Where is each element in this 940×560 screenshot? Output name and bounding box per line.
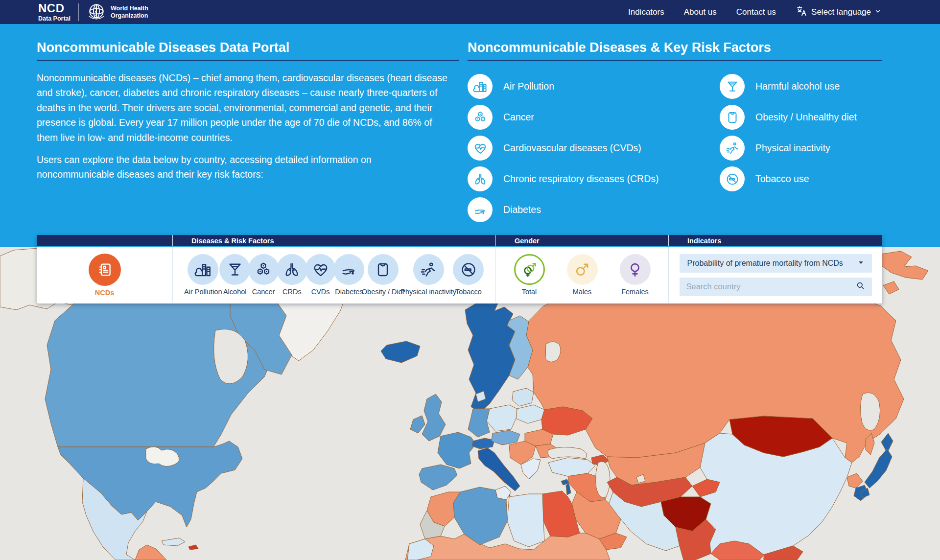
hero-paragraph-2: Users can explore the data below by coun… [37,152,443,182]
filter-tobacco[interactable]: Tobacco [454,254,483,296]
brand: NCD Data Portal World Health Organizatio… [38,1,148,23]
brand-subtitle: Data Portal [38,16,70,22]
filter-label: Males [573,288,592,296]
risk-label: Cancer [503,112,534,123]
header-gender: Gender [495,235,668,246]
map-caspian-sea [596,462,610,497]
no-smoking-icon [453,254,484,285]
risk-factors-title: Noncommunicable Diseases & Key Risk Fact… [468,40,771,55]
ncd-logo[interactable]: NCD Data Portal [38,2,70,22]
gender-females-button[interactable]: Females [620,254,651,296]
filter-label: Alcohol [223,288,247,296]
translate-icon [796,5,808,20]
female-icon [620,254,651,285]
filter-label: Diabetes [335,288,363,296]
nav-contact-us[interactable]: Contact us [736,7,776,17]
map-black-sea [548,447,587,459]
runner-icon [413,254,444,285]
filter-label: Obesity / Diet [362,288,404,296]
diseases-section: Air Pollution Alcohol Cancer [172,247,495,303]
blood-drop-hand-icon [468,197,493,222]
no-smoking-icon [720,166,745,191]
martini-glass-icon [720,74,745,99]
who-line2: Organization [111,12,148,19]
filter-obesity-diet[interactable]: Obesity / Diet [363,254,403,296]
brand-divider [78,3,79,21]
country-search [680,278,872,296]
chevron-down-icon [874,7,881,17]
lungs-icon [277,254,307,285]
air-pollution-icon [468,74,493,99]
language-label: Select language [811,7,871,17]
weight-scale-icon [368,254,399,285]
main-nav: Indicators About us Contact us Select la… [628,5,881,20]
gender-total-button[interactable]: Total [514,254,545,296]
search-icon[interactable] [856,281,865,292]
who-emblem-icon [87,1,106,23]
risk-item-diabetes[interactable]: Diabetes [468,194,659,225]
risk-item-physical-inactivity[interactable]: Physical inactivity [720,133,857,163]
risk-label: Tobacco use [755,173,809,185]
risk-label: Diabetes [503,204,541,215]
nav-about-us[interactable]: About us [684,7,717,17]
filter-label: Air Pollution [184,288,222,296]
filter-air-pollution[interactable]: Air Pollution [186,254,221,296]
filter-label: Females [621,288,649,296]
ncds-report-icon [89,254,121,286]
risk-label: Harmful alcohol use [755,81,840,92]
cancer-icon [248,254,279,285]
risk-label: Cardiovascular diseases (CVDs) [503,142,641,154]
page-title: Noncommunicable Diseases Data Portal [37,40,289,55]
filter-label: Cancer [252,288,275,296]
nav-indicators[interactable]: Indicators [628,7,664,17]
filter-crds[interactable]: CRDs [278,254,306,296]
top-navbar: NCD Data Portal World Health Organizatio… [0,0,940,24]
filter-diabetes[interactable]: Diabetes [335,254,363,296]
filter-label: CVDs [311,288,330,296]
who-line1: World Health [111,5,148,12]
risk-list-col1: Air Pollution Cancer Cardiovascular dise… [468,71,659,225]
heart-pulse-icon [468,136,493,161]
header-cell-empty [37,235,172,246]
filter-cancer[interactable]: Cancer [249,254,278,296]
title-underline [37,60,459,61]
weight-scale-icon [720,105,745,130]
ncd-section: NCDs [37,247,172,303]
search-country-input[interactable] [686,282,856,291]
risk-item-alcohol[interactable]: Harmful alcohol use [720,71,857,102]
who-logo[interactable]: World Health Organization [87,1,148,23]
header-diseases-risk-factors: Diseases & Risk Factors [172,235,495,246]
filter-ncds-button[interactable]: NCDs [89,254,121,297]
dropdown-caret-icon [858,259,864,268]
indicators-section: Probability of premature mortality from … [668,247,882,303]
risk-title-underline [468,60,882,61]
male-icon [567,254,598,285]
risk-label: Physical inactivity [755,142,830,154]
risk-label: Obesity / Unhealthy diet [755,112,857,123]
map-sea-of-okhotsk [860,393,880,430]
gender-total-icon [514,254,545,285]
martini-glass-icon [219,254,250,285]
indicator-dropdown-value: Probability of premature mortality from … [687,259,843,268]
hero-paragraph-1: Noncommunicable diseases (NCDs) – chief … [37,70,452,145]
filter-cvds[interactable]: CVDs [306,254,334,296]
filter-bar-body: NCDs Air Pollution [37,247,882,303]
risk-item-cvds[interactable]: Cardiovascular diseases (CVDs) [468,133,659,163]
map-hudson-bay [214,329,248,384]
risk-item-cancer[interactable]: Cancer [468,102,659,133]
risk-item-air-pollution[interactable]: Air Pollution [468,71,659,102]
header-indicators: Indicators [668,235,882,246]
risk-item-tobacco[interactable]: Tobacco use [720,163,857,194]
filter-physical-inactivity[interactable]: Physical inactivity [403,254,454,296]
risk-label: Chronic respiratory diseases (CRDs) [503,173,659,185]
language-selector[interactable]: Select language [796,5,881,20]
cancer-icon [468,105,493,130]
gender-section: Total Males Females [495,247,668,303]
gender-males-button[interactable]: Males [567,254,598,296]
brand-title: NCD [38,2,70,14]
filter-bar-header: Diseases & Risk Factors Gender Indicator… [37,235,882,247]
risk-item-crds[interactable]: Chronic respiratory diseases (CRDs) [468,163,659,194]
risk-item-obesity[interactable]: Obesity / Unhealthy diet [720,102,857,133]
filter-alcohol[interactable]: Alcohol [221,254,249,296]
indicator-dropdown[interactable]: Probability of premature mortality from … [680,254,872,273]
